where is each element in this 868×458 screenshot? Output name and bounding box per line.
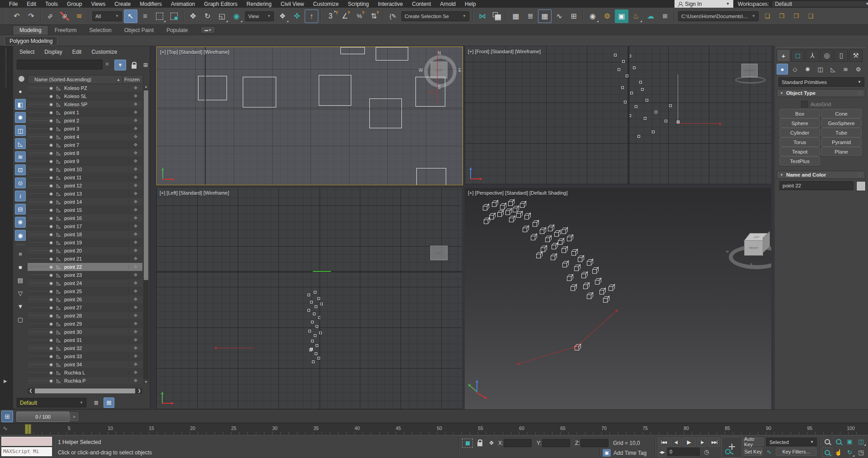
frozen-toggle[interactable]: ✥: [128, 175, 142, 180]
eye-icon[interactable]: ◉: [47, 305, 55, 310]
eye-icon[interactable]: ◉: [47, 224, 55, 229]
display-all-toggle[interactable]: ●: [15, 86, 26, 97]
snaps-toggle-button[interactable]: 3: [324, 9, 337, 23]
eye-icon[interactable]: ◉: [47, 192, 55, 196]
object-color-swatch[interactable]: [856, 181, 866, 191]
frozen-toggle[interactable]: ✥: [128, 280, 142, 285]
menu-tools[interactable]: Tools: [41, 0, 62, 8]
display-space-warps-toggle[interactable]: ≋: [15, 151, 26, 162]
set-key-button[interactable]: Set Key: [744, 448, 763, 456]
create-tube-button[interactable]: Tube: [821, 128, 862, 137]
maxscript-mini-listener[interactable]: MAXScript Mi: [1, 447, 52, 456]
frozen-toggle[interactable]: ✥: [128, 150, 142, 155]
eye-icon[interactable]: ◉: [47, 159, 55, 164]
list-item[interactable]: ◉◺point 19✥: [28, 238, 142, 247]
x-coordinate-field[interactable]: [504, 439, 532, 447]
pick-container-toggle[interactable]: ▢: [15, 314, 26, 325]
list-item[interactable]: ◉◺point 3✥: [28, 125, 142, 133]
menu-customize[interactable]: Customize: [309, 0, 344, 8]
current-frame-field[interactable]: [667, 448, 700, 456]
eye-icon[interactable]: ◉: [47, 338, 55, 342]
viewport-label[interactable]: [+] [Top] [Standard] [Wireframe]: [160, 49, 229, 55]
tab-modify[interactable]: ◻: [791, 49, 805, 62]
tab-create[interactable]: +: [777, 49, 790, 62]
list-item[interactable]: ◉◺point 10✥: [28, 165, 142, 173]
eye-icon[interactable]: ◉: [47, 257, 55, 261]
eye-icon[interactable]: ◉: [47, 370, 55, 375]
render-production-button[interactable]: ♨: [629, 9, 643, 23]
eye-icon[interactable]: ◉: [47, 346, 55, 351]
frozen-toggle[interactable]: ✥: [128, 191, 142, 196]
frozen-toggle[interactable]: ✥: [128, 232, 142, 237]
menu-group[interactable]: Group: [62, 0, 86, 8]
track-bar[interactable]: ∿ 51015202530354045505560657075808590951…: [0, 423, 868, 435]
select-children-toggle[interactable]: ≡: [15, 248, 26, 259]
list-item[interactable]: ◉◺point 9✥: [28, 157, 142, 165]
ribbon-tab-freeform[interactable]: Freeform: [48, 26, 83, 35]
category-helpers[interactable]: ◺: [827, 64, 839, 75]
category-shapes[interactable]: ◇: [789, 64, 801, 75]
list-item[interactable]: ◉◺Koleso SP✥: [28, 100, 142, 108]
select-none-toggle[interactable]: ■: [15, 262, 26, 272]
eye-icon[interactable]: ◉: [47, 216, 55, 220]
orbit-button[interactable]: ↻: [844, 448, 855, 457]
rectangular-selection-region-button[interactable]: [153, 9, 166, 23]
viewport-label[interactable]: [+] [Left] [Standard] [Wireframe]: [160, 190, 229, 196]
tab-motion[interactable]: ◎: [820, 49, 834, 62]
eye-icon[interactable]: ◉: [47, 330, 55, 334]
eye-icon[interactable]: ◉: [47, 175, 55, 180]
object-name-field[interactable]: [779, 181, 854, 190]
go-to-start-button[interactable]: |◀◀: [658, 438, 670, 447]
list-item[interactable]: ◉◺point 23✥: [28, 271, 142, 279]
eye-icon[interactable]: ◉: [47, 322, 55, 326]
list-item[interactable]: ◉◺point 30✥: [28, 328, 142, 336]
frozen-toggle[interactable]: ✥: [128, 362, 142, 367]
frozen-toggle[interactable]: ✥: [128, 85, 142, 90]
scroll-down-icon[interactable]: ▼: [143, 379, 149, 385]
list-item[interactable]: ◉◺point 11✥: [28, 173, 142, 182]
percent-snap-toggle-button[interactable]: %: [353, 9, 366, 23]
lock-explorer-button[interactable]: [128, 60, 140, 70]
frozen-toggle[interactable]: ✥: [128, 215, 142, 220]
list-item[interactable]: ◉◺point 29✥: [28, 320, 142, 328]
frozen-toggle[interactable]: ✥: [128, 134, 142, 139]
name-and-color-rollout[interactable]: ▼ Name and Color: [777, 171, 865, 179]
toggle-ribbon-button[interactable]: ▦: [538, 9, 552, 23]
explorer-menu-select[interactable]: Select: [19, 49, 34, 55]
previous-frame-button[interactable]: ◀|: [671, 438, 681, 447]
viewport-label[interactable]: [+] [Perspective] [Standard] [Default Sh…: [468, 190, 567, 196]
select-and-link-button[interactable]: ∞: [43, 9, 57, 23]
zoom-button[interactable]: [822, 437, 832, 446]
select-and-scale-button[interactable]: ◱: [215, 9, 229, 23]
scroll-right-icon[interactable]: ❯: [136, 388, 142, 394]
vertical-scrollbar[interactable]: ▲ ▼: [143, 84, 149, 385]
eye-icon[interactable]: ◉: [47, 183, 55, 188]
viewcube-front[interactable]: FRONT: [741, 64, 758, 77]
material-editor-button[interactable]: ◉: [586, 9, 599, 23]
eye-icon[interactable]: ◉: [47, 151, 55, 155]
create-textplus-button[interactable]: TextPlus: [779, 156, 820, 166]
select-dependents-toggle[interactable]: ▤: [15, 275, 26, 285]
explorer-menu-customize[interactable]: Customize: [91, 49, 117, 55]
eye-icon[interactable]: ◉: [47, 297, 55, 302]
create-teapot-button[interactable]: Teapot: [779, 147, 820, 156]
frozen-toggle[interactable]: ✥: [128, 159, 142, 164]
list-item[interactable]: ◉◺point 12✥: [28, 182, 142, 190]
viewport-left[interactable]: [+] [Left] [Standard] [Wireframe] LEFT: [156, 188, 462, 409]
explorer-menu-edit[interactable]: Edit: [72, 49, 82, 55]
edit-named-selection-sets-button[interactable]: {✎: [386, 9, 400, 23]
panel-grip[interactable]: [777, 47, 866, 48]
display-particles-toggle[interactable]: ❋: [15, 217, 26, 228]
isolate-selection-icon[interactable]: [462, 439, 473, 448]
filter-combinations-toggle[interactable]: ▽: [15, 288, 26, 299]
eye-icon[interactable]: ◉: [47, 126, 55, 131]
display-visibility-toggle[interactable]: ◉: [15, 230, 26, 241]
project-structure-button[interactable]: ❒: [789, 9, 803, 23]
create-cylinder-button[interactable]: Cylinder: [779, 128, 820, 137]
list-item[interactable]: ◉◺point 14✥: [28, 198, 142, 206]
ribbon-tab-object-paint[interactable]: Object Paint: [118, 26, 160, 35]
select-and-place-button[interactable]: ◉: [230, 9, 243, 23]
frozen-toggle[interactable]: ✥: [128, 305, 142, 310]
list-item[interactable]: ◉◺point 15✥: [28, 206, 142, 214]
toolbar-grip[interactable]: [5, 9, 7, 23]
